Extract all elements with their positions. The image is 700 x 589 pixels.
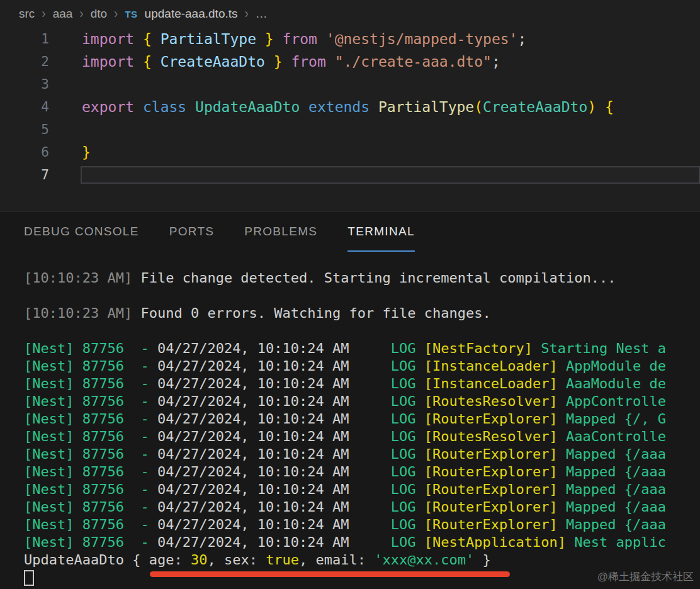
breadcrumb-item[interactable]: aaa [53, 7, 73, 21]
breadcrumb-file-name[interactable]: update-aaa.dto.ts [145, 7, 238, 21]
code-token [283, 53, 291, 70]
code-line[interactable]: 7 [0, 164, 700, 186]
code-token [186, 99, 195, 115]
nest-message: AppControlle [566, 393, 666, 409]
code-content: export class UpdateAaaDto extends Partia… [82, 96, 700, 118]
code-line[interactable]: 1import { PartialType } from '@nestjs/ma… [0, 28, 700, 50]
code-token: } [265, 31, 274, 47]
nest-level: LOG [349, 411, 424, 427]
breadcrumb-item[interactable]: src [19, 7, 35, 21]
nest-context: [RouterExplorer] [424, 411, 566, 427]
nest-datetime: 04/27/2024, 10:10:24 AM [157, 534, 349, 550]
nest-level: LOG [349, 499, 424, 515]
typescript-file-icon: TS [125, 9, 137, 20]
nest-datetime: 04/27/2024, 10:10:24 AM [157, 411, 349, 427]
code-line[interactable]: 2import { CreateAaaDto } from "./create-… [0, 50, 700, 73]
nest-log-line: [Nest] 87756 - 04/27/2024, 10:10:24 AM L… [24, 516, 700, 534]
code-token: UpdateAaaDto [195, 99, 300, 115]
code-editor[interactable]: 1import { PartialType } from '@nestjs/ma… [0, 28, 700, 186]
code-content: } [82, 141, 700, 164]
nest-message: Mapped {/, G [566, 411, 666, 427]
tab-label: TERMINAL [347, 225, 414, 238]
nest-message: Mapped {/aaa [566, 481, 666, 497]
compiler-log-line: [10:10:23 AM] Found 0 errors. Watching f… [24, 305, 700, 322]
nest-process: [Nest] 87756 - [24, 393, 157, 409]
nest-context: [InstanceLoader] [424, 358, 566, 374]
vscode-window: src›aaa›dto›TSupdate-aaa.dto.ts›… 1impor… [0, 0, 700, 589]
tab-terminal[interactable]: TERMINAL [347, 212, 414, 252]
code-token: PartialType [152, 31, 265, 47]
code-line[interactable]: 5 [0, 118, 700, 141]
code-token: } [274, 53, 283, 70]
console-output-line: UpdateAaaDto { age: 30, sex: true, email… [24, 551, 700, 569]
console-output-token: } [474, 552, 491, 568]
nest-datetime: 04/27/2024, 10:10:24 AM [157, 340, 349, 356]
nest-log-line: [Nest] 87756 - 04/27/2024, 10:10:24 AM L… [24, 428, 700, 446]
breadcrumb-item[interactable]: dto [91, 7, 107, 21]
line-number: 6 [0, 141, 49, 164]
code-token: CreateAaaDto [483, 99, 587, 115]
nest-process: [Nest] 87756 - [24, 464, 157, 480]
nest-log-line: [Nest] 87756 - 04/27/2024, 10:10:24 AM L… [24, 393, 700, 410]
nest-process: [Nest] 87756 - [24, 446, 157, 462]
nest-context: [RouterExplorer] [424, 446, 566, 462]
terminal-output[interactable]: [10:10:23 AM] File change detected. Star… [0, 252, 700, 586]
code-token [134, 31, 143, 47]
nest-context: [NestFactory] [424, 340, 541, 356]
blank-line [24, 322, 700, 340]
panel-tab-bar: DEBUG CONSOLEPORTSPROBLEMSTERMINAL [0, 212, 700, 252]
nest-datetime: 04/27/2024, 10:10:24 AM [157, 481, 349, 497]
code-token [300, 99, 308, 115]
code-token: { [143, 31, 152, 47]
nest-context: [RouterExplorer] [424, 499, 566, 515]
code-line[interactable]: 3 [0, 73, 700, 96]
line-number: 1 [0, 28, 49, 50]
nest-context: [RouterExplorer] [424, 517, 566, 532]
breadcrumb-symbol-ellipsis[interactable]: … [256, 7, 268, 21]
nest-level: LOG [349, 429, 424, 444]
code-token [317, 31, 326, 47]
nest-level: LOG [349, 376, 424, 391]
nest-process: [Nest] 87756 - [24, 411, 157, 427]
code-line[interactable]: 4export class UpdateAaaDto extends Parti… [0, 96, 700, 118]
nest-process: [Nest] 87756 - [24, 358, 157, 374]
nest-log-line: [Nest] 87756 - 04/27/2024, 10:10:24 AM L… [24, 498, 700, 516]
editor-lines: 1import { PartialType } from '@nestjs/ma… [0, 28, 700, 186]
nest-message: Mapped {/aaa [566, 499, 666, 515]
tab-label: PROBLEMS [244, 225, 317, 238]
nest-log-line: [Nest] 87756 - 04/27/2024, 10:10:24 AM L… [24, 463, 700, 481]
code-token: CreateAaaDto [152, 53, 274, 70]
nest-level: LOG [349, 340, 424, 356]
chevron-right-icon: › [114, 6, 118, 22]
code-token [326, 53, 335, 70]
line-number: 5 [0, 118, 49, 141]
code-token: "./create-aaa.dto" [335, 53, 492, 70]
code-line[interactable]: 6} [0, 141, 700, 164]
tab-problems[interactable]: PROBLEMS [244, 212, 317, 252]
nest-level: LOG [349, 517, 424, 532]
chevron-right-icon: › [79, 6, 83, 22]
log-timestamp: [10:10:23 AM] [24, 270, 132, 286]
current-line-highlight [81, 166, 700, 184]
nest-log-line: [Nest] 87756 - 04/27/2024, 10:10:24 AM L… [24, 410, 700, 428]
nest-message: Mapped {/aaa [566, 446, 666, 462]
code-token: ( [474, 99, 483, 115]
code-token: import [82, 53, 134, 70]
nest-log-line: [Nest] 87756 - 04/27/2024, 10:10:24 AM L… [24, 481, 700, 498]
chevron-right-icon: › [245, 6, 249, 22]
nest-log-line: [Nest] 87756 - 04/27/2024, 10:10:24 AM L… [24, 375, 700, 393]
code-content: import { CreateAaaDto } from "./create-a… [82, 50, 700, 73]
console-output-token: true [266, 552, 299, 568]
breadcrumb: src›aaa›dto›TSupdate-aaa.dto.ts›… [0, 0, 700, 28]
nest-context: [RouterExplorer] [424, 464, 566, 480]
console-output-token: 'xxx@xx.com' [374, 552, 474, 568]
tab-ports[interactable]: PORTS [169, 212, 215, 252]
nest-log-line: [Nest] 87756 - 04/27/2024, 10:10:24 AM L… [24, 357, 700, 375]
console-output-token: , sex: [207, 552, 266, 568]
nest-datetime: 04/27/2024, 10:10:24 AM [157, 517, 349, 532]
nest-datetime: 04/27/2024, 10:10:24 AM [157, 499, 349, 515]
tab-debug-console[interactable]: DEBUG CONSOLE [24, 212, 139, 252]
code-token: extends [308, 99, 370, 115]
nest-context: [RouterExplorer] [424, 481, 566, 497]
code-content: import { PartialType } from '@nestjs/map… [82, 28, 700, 50]
